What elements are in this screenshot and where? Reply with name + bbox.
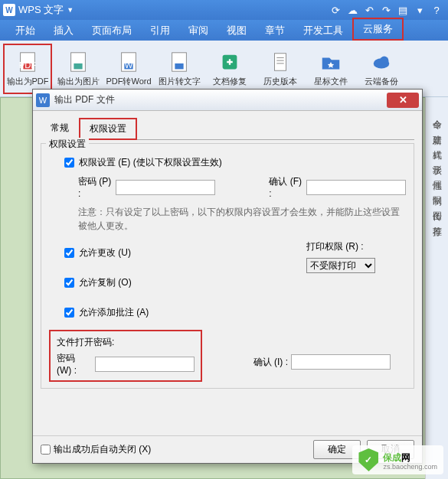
- auto-close-checkbox[interactable]: [41, 445, 51, 455]
- image-export-icon: [66, 50, 90, 74]
- ribbon-label: 图片转文字: [159, 76, 201, 87]
- permission-note: 注意：只有设定了以上密码，以下的权限内容设置才会生效，并能防止这些设置被他人更改…: [78, 205, 406, 233]
- allow-edit-label: 允许更改 (U): [79, 246, 131, 259]
- tab-insert[interactable]: 插入: [44, 21, 83, 41]
- ribbon-export-image[interactable]: 输出为图片: [54, 44, 103, 94]
- group-title: 权限设置: [46, 138, 89, 151]
- main-tabs: 开始 插入 页面布局 引用 审阅 视图 章节 开发工具 云服务: [0, 20, 448, 41]
- tb-refresh-icon[interactable]: ⟳: [327, 2, 344, 18]
- tab-view[interactable]: 视图: [217, 21, 256, 41]
- ribbon-label: 历史版本: [263, 76, 297, 87]
- tb-page-icon[interactable]: ▤: [394, 2, 411, 18]
- shield-icon: ✓: [358, 448, 378, 471]
- ribbon-pdf-to-word[interactable]: W PDF转Word: [104, 44, 153, 94]
- svg-rect-9: [175, 64, 183, 70]
- pwd-label: 密码 (P) :: [78, 175, 113, 199]
- svg-rect-4: [74, 64, 82, 70]
- tb-cloud-icon[interactable]: ☁: [344, 2, 361, 18]
- allow-copy-label: 允许复制 (O): [79, 276, 132, 289]
- tb-help-icon[interactable]: ?: [428, 2, 445, 18]
- confirm-label: 确认 (F) :: [269, 175, 303, 199]
- tab-dev[interactable]: 开发工具: [294, 21, 352, 41]
- star-folder-icon: [319, 50, 343, 74]
- confirm-password-input[interactable]: [306, 180, 406, 195]
- svg-point-13: [380, 57, 388, 65]
- password-input[interactable]: [116, 180, 215, 195]
- watermark: ✓ 保成网 zs.baocheng.com: [352, 445, 443, 474]
- ribbon-label: 输出为图片: [57, 76, 100, 87]
- pdf-word-icon: W: [116, 50, 141, 74]
- watermark-url: zs.baocheng.com: [383, 463, 437, 471]
- tab-cloud[interactable]: 云服务: [352, 18, 404, 41]
- open-password-input[interactable]: [95, 357, 195, 372]
- svg-text:W: W: [125, 60, 133, 70]
- open-password-group: 文件打开密码: 密码 (W) :: [49, 330, 202, 382]
- svg-rect-11: [275, 54, 286, 71]
- open-confirm-input[interactable]: [291, 354, 391, 370]
- tab-layout[interactable]: 页面布局: [83, 21, 141, 41]
- tab-general[interactable]: 常规: [41, 118, 79, 140]
- close-button[interactable]: ✕: [387, 93, 419, 108]
- dialog-icon: W: [36, 93, 50, 107]
- auto-close-label: 输出成功后自动关闭 (X): [54, 443, 151, 456]
- app-title: WPS 文字: [18, 3, 64, 17]
- ribbon-label: PDF转Word: [106, 76, 151, 87]
- ribbon-export-pdf[interactable]: PDF 输出为PDF: [3, 44, 52, 94]
- title-dropdown-icon[interactable]: ▼: [67, 6, 74, 14]
- allow-edit-checkbox[interactable]: [64, 248, 74, 258]
- tb-undo-icon[interactable]: ↶: [361, 2, 378, 18]
- cloud-backup-icon: [369, 50, 394, 74]
- ribbon-label: 星标文件: [314, 76, 348, 87]
- svg-text:PDF: PDF: [19, 60, 37, 70]
- tab-start[interactable]: 开始: [6, 21, 44, 41]
- ocr-icon: [167, 50, 191, 74]
- open-group-title: 文件打开密码:: [57, 336, 195, 349]
- tb-redo-icon[interactable]: ↷: [378, 2, 394, 18]
- ribbon-ocr[interactable]: 图片转文字: [155, 44, 204, 94]
- repair-icon: [217, 50, 242, 74]
- export-pdf-dialog: W 输出 PDF 文件 ✕ 常规 权限设置 权限设置 权限设置 (E) (使以下…: [32, 89, 423, 464]
- perm-enable-label: 权限设置 (E) (使以下权限设置生效): [79, 156, 222, 169]
- app-logo-icon: W: [3, 4, 15, 16]
- ribbon-label: 文档修复: [213, 76, 247, 87]
- ribbon-label: 输出为PDF: [7, 76, 49, 87]
- dialog-title: 输出 PDF 文件: [54, 93, 115, 106]
- perm-enable-checkbox[interactable]: [64, 158, 74, 168]
- ribbon-cloud-backup[interactable]: 云端备份: [357, 44, 406, 94]
- side-panel: 命令 新建 样式 形状 属性 限制 传图 推荐: [425, 97, 448, 479]
- tab-permissions[interactable]: 权限设置: [79, 118, 137, 140]
- tb-min-icon[interactable]: ▾: [411, 2, 428, 18]
- ribbon-star[interactable]: 星标文件: [306, 44, 355, 94]
- pdf-export-icon: PDF: [15, 50, 40, 74]
- dialog-titlebar: W 输出 PDF 文件 ✕: [33, 90, 422, 111]
- tab-reference[interactable]: 引用: [141, 21, 179, 41]
- allow-annot-label: 允许添加批注 (A): [79, 306, 149, 319]
- print-perm-label: 打印权限 (R) :: [306, 240, 375, 253]
- tab-chapter[interactable]: 章节: [256, 21, 294, 41]
- history-icon: [268, 50, 293, 74]
- allow-annot-checkbox[interactable]: [64, 308, 74, 318]
- allow-copy-checkbox[interactable]: [64, 278, 74, 288]
- open-pwd-label: 密码 (W) :: [57, 352, 92, 376]
- ribbon-label: 云端备份: [365, 76, 398, 87]
- dialog-tabs: 常规 权限设置: [41, 117, 414, 140]
- open-confirm-label: 确认 (I) :: [253, 356, 288, 369]
- ribbon-history[interactable]: 历史版本: [256, 44, 305, 94]
- permission-group: 权限设置 权限设置 (E) (使以下权限设置生效) 密码 (P) : 确认 (F…: [41, 143, 414, 389]
- print-permission-select[interactable]: 不受限打印: [306, 258, 375, 273]
- ribbon-repair[interactable]: 文档修复: [205, 44, 254, 94]
- tab-review[interactable]: 审阅: [179, 21, 217, 41]
